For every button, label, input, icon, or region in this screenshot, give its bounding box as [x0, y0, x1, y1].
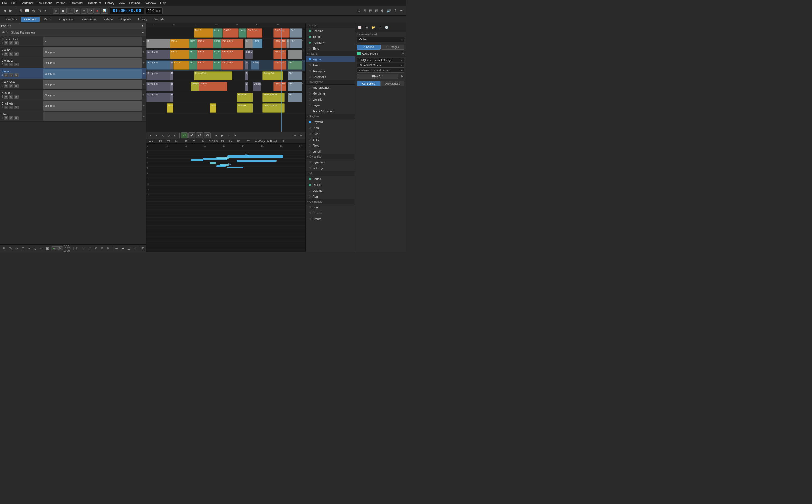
- rp-section-global[interactable]: ▾ Global: [306, 23, 355, 28]
- pr-note[interactable]: [216, 165, 226, 167]
- rp-section-rhythm[interactable]: ▾ Rhythm: [306, 114, 355, 119]
- vas-dropdown[interactable]: 03 VAS KS Master ▾: [357, 63, 404, 68]
- arr-block-p3cop[interactable]: Part 3 (cop: [274, 82, 286, 91]
- folder-icon[interactable]: 📁: [370, 24, 376, 31]
- arr-block-c[interactable]: C: [286, 39, 290, 48]
- plus2b[interactable]: +2: [196, 132, 203, 138]
- select-tool[interactable]: ⊹: [14, 245, 19, 251]
- quantize-r[interactable]: R: [105, 245, 111, 251]
- arr-block[interactable]: Horns: [213, 50, 221, 59]
- loop-button[interactable]: ↻: [87, 8, 94, 14]
- snap-tool[interactable]: ⊞: [45, 245, 50, 251]
- quantize-b[interactable]: B: [99, 245, 105, 251]
- arr-block[interactable]: Part 3 °: [197, 39, 213, 48]
- forward-button[interactable]: ▶: [8, 8, 13, 14]
- rp-breath[interactable]: Breath: [306, 216, 355, 222]
- track-expand-icon[interactable]: ▸: [142, 82, 146, 86]
- arr-block-fin4[interactable]: Fin °: [288, 93, 302, 102]
- rp-section-figure[interactable]: ▾ Figure: [306, 51, 355, 56]
- redo-btn[interactable]: ↪: [298, 132, 304, 139]
- close-small-icon[interactable]: ✕: [6, 31, 9, 34]
- mute-button[interactable]: M: [4, 52, 8, 56]
- arr-block[interactable]: Horn: [189, 61, 197, 70]
- rp-section-controllers[interactable]: ▾ Controllers: [306, 199, 355, 204]
- rp-variation[interactable]: Variation: [306, 97, 355, 102]
- menu-view[interactable]: View: [119, 1, 125, 5]
- rp-shift[interactable]: Shift: [306, 137, 355, 143]
- arr-block-str2[interactable]: Strings: [253, 82, 261, 91]
- arr-block-b[interactable]: B: [170, 71, 173, 80]
- settings-small-icon[interactable]: ⌘: [14, 41, 19, 45]
- split-icon[interactable]: ⊟: [374, 8, 379, 14]
- menu-playback[interactable]: Playback: [129, 1, 141, 5]
- rp-morphing[interactable]: Morphing: [306, 91, 355, 97]
- arr-block[interactable]: Part 2 °: [170, 50, 189, 59]
- arr-block[interactable]: Part 3 °: [223, 28, 239, 38]
- arr-block[interactable]: Part 2 °: [170, 39, 189, 48]
- rp-velocity[interactable]: Velocity: [306, 165, 355, 171]
- quantize-h[interactable]: H: [75, 245, 80, 251]
- rp-skip[interactable]: Skip: [306, 131, 355, 137]
- arr-block[interactable]: Part 3 (cop: [274, 39, 286, 48]
- rp-section-mix[interactable]: ▾ Mix: [306, 171, 355, 176]
- arr-block-flutes-a2[interactable]: Flutes A: [237, 103, 253, 113]
- arr-block-flutes-a[interactable]: Flutes A: [237, 93, 253, 102]
- solo-button[interactable]: S: [9, 95, 13, 99]
- track-expand-icon[interactable]: ▸: [142, 114, 146, 118]
- rp-scheme[interactable]: Scheme: [306, 28, 355, 34]
- rp-take[interactable]: Take: [306, 62, 355, 68]
- rp-chromatic[interactable]: Chromatic: [306, 74, 355, 80]
- tab-structure[interactable]: Structure: [2, 17, 21, 22]
- rp-pan[interactable]: Pan: [306, 194, 355, 199]
- scroll-left[interactable]: ◁: [160, 132, 165, 139]
- rp-interpretation[interactable]: Interpretation: [306, 85, 355, 91]
- arr-block[interactable]: Strings: [245, 50, 253, 59]
- ewql-dropdown[interactable]: EWQL Orch Lean:A Strings ▾: [357, 58, 404, 62]
- plus3b[interactable]: +3: [204, 132, 211, 138]
- arr-block[interactable]: Part 2 °: [173, 61, 189, 70]
- track-expand-icon[interactable]: ▸: [142, 50, 146, 54]
- menu-edit[interactable]: Edit: [11, 1, 16, 5]
- quantize-p[interactable]: P: [93, 245, 98, 251]
- rp-harmony[interactable]: Harmony: [306, 40, 355, 46]
- mute-button[interactable]: M: [4, 116, 8, 120]
- arr-block[interactable]: Part 3 (cop: [221, 39, 244, 48]
- menu-library[interactable]: Library: [105, 1, 114, 5]
- arr-block[interactable]: Part 3 (cop: [274, 61, 286, 70]
- settings-small-icon[interactable]: ⌘: [14, 73, 19, 77]
- chevron-right-icon[interactable]: ▸: [142, 31, 144, 34]
- tab-snippets[interactable]: Snippets: [116, 17, 134, 22]
- tab-articulations[interactable]: Articulations: [381, 81, 405, 86]
- rewind-button[interactable]: ⏮: [53, 8, 59, 14]
- scroll-right[interactable]: ▷: [166, 132, 172, 139]
- list-view[interactable]: ≡: [43, 8, 48, 14]
- ruler[interactable]: 1 9 17 25 33 41 49: [146, 23, 305, 28]
- more-icon[interactable]: ···: [302, 28, 304, 31]
- mute-button[interactable]: M: [4, 41, 8, 45]
- pencil-button[interactable]: ✏: [81, 8, 87, 14]
- solo-button[interactable]: S: [9, 73, 13, 77]
- volume-icon[interactable]: 🔊: [386, 8, 392, 14]
- pr-note[interactable]: [191, 159, 204, 161]
- arr-block[interactable]: Strings: [251, 61, 259, 70]
- more-tools[interactable]: ···: [39, 245, 44, 251]
- arr-block-piano[interactable]: Piano: [253, 39, 263, 48]
- arr-block[interactable]: Part 3 °: [197, 61, 213, 70]
- menu-file[interactable]: File: [2, 1, 7, 5]
- arr-block[interactable]: Strings In: [146, 82, 170, 91]
- arr-block-horns[interactable]: Horns: [239, 28, 247, 38]
- track-expand-icon[interactable]: ▸: [142, 72, 146, 75]
- help-icon[interactable]: ?: [393, 8, 398, 14]
- arr-block-flute2[interactable]: Flute: [210, 103, 216, 113]
- plugin-settings-icon[interactable]: ⚙: [399, 73, 404, 80]
- track-expand-icon[interactable]: ▸: [142, 61, 146, 64]
- chart-icon[interactable]: 📈: [357, 24, 363, 31]
- arr-block-horn[interactable]: Horn: [213, 28, 223, 38]
- quantize-v[interactable]: V: [81, 245, 86, 251]
- arr-block-fin2[interactable]: Fin °: [288, 71, 302, 80]
- tab-sound[interactable]: ♫ Sound: [357, 45, 381, 50]
- mute-button[interactable]: M: [4, 106, 8, 109]
- move-right-icon[interactable]: ▶: [220, 132, 225, 139]
- undo-btn[interactable]: ↩: [292, 132, 298, 139]
- arr-block-fin3[interactable]: Fin °: [288, 82, 302, 91]
